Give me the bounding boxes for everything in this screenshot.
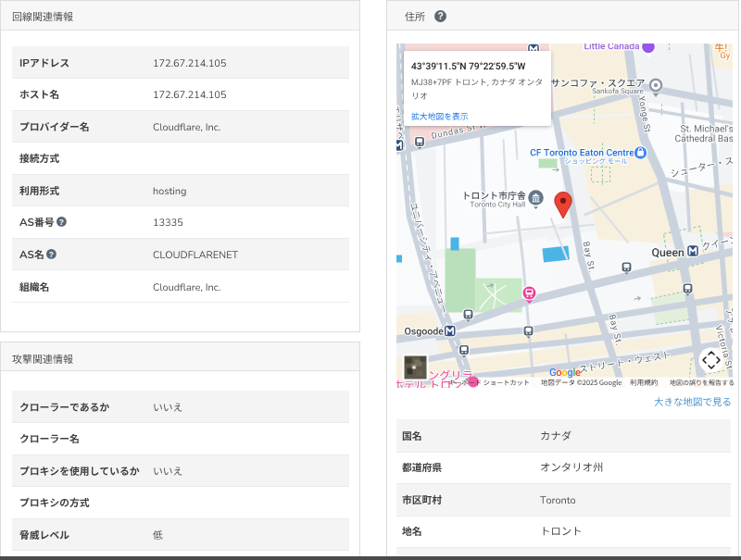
svg-text:?: ? (437, 10, 443, 20)
svg-text:?: ? (49, 250, 54, 259)
svg-text:?: ? (59, 218, 64, 227)
